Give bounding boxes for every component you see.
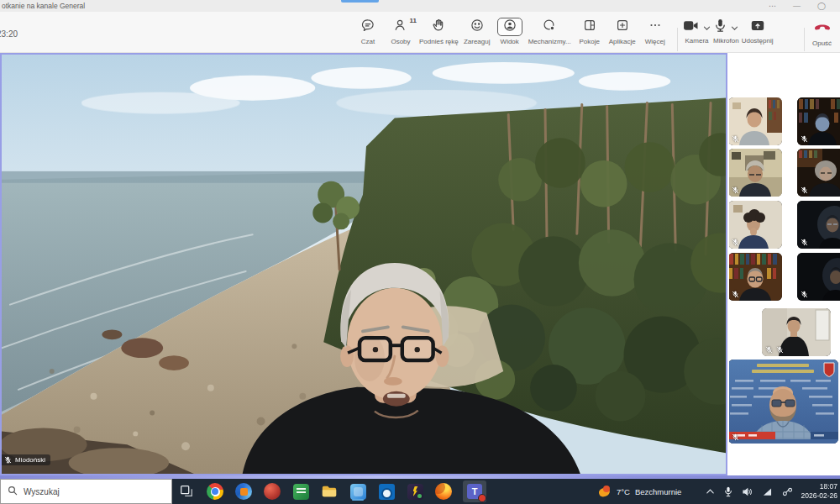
raise-hand-icon xyxy=(431,18,446,36)
toolbar-button-group: Czat 11 Osoby Podnieś rękę Zareaguj Wido… xyxy=(354,18,669,45)
taskbar-search[interactable] xyxy=(0,479,172,504)
view-icon xyxy=(502,18,517,36)
main-video-feed xyxy=(2,55,726,474)
window-title: otkanie na kanale General xyxy=(2,2,85,10)
mic-muted-icon xyxy=(732,291,739,298)
more-button[interactable]: Więcej xyxy=(641,18,669,45)
participant-count-badge: 11 xyxy=(410,17,417,24)
weather-icon xyxy=(598,485,612,498)
view-button[interactable]: Widok xyxy=(496,18,524,45)
participant-tile[interactable] xyxy=(797,253,840,301)
windows-taskbar: T 7°C Bezchmurnie 18:07 2026-02-26 xyxy=(0,479,840,504)
microphone-chevron-icon[interactable] xyxy=(731,19,738,34)
share-button[interactable]: Udostępnij xyxy=(742,19,774,45)
tray-chevron-up-icon[interactable] xyxy=(706,488,715,495)
outlook-icon[interactable] xyxy=(377,482,396,501)
participant-tile[interactable] xyxy=(797,149,840,197)
active-tab-indicator xyxy=(341,0,379,3)
tray-volume-icon[interactable] xyxy=(742,487,753,496)
toolbar-separator xyxy=(677,28,678,51)
microphone-icon xyxy=(714,18,727,36)
share-screen-icon xyxy=(750,19,765,35)
mic-muted-icon xyxy=(776,346,784,354)
file-explorer-icon[interactable] xyxy=(320,482,339,501)
camera-button[interactable]: Kamera xyxy=(683,19,711,45)
participant-tile[interactable] xyxy=(729,97,782,145)
search-input[interactable] xyxy=(24,487,150,496)
mic-muted-icon xyxy=(732,239,739,246)
mic-muted-icon xyxy=(801,186,808,194)
chat-icon xyxy=(360,18,375,36)
tray-network-icon[interactable] xyxy=(762,487,773,496)
window-controls: ⋯ — ◯ xyxy=(760,0,834,12)
rooms-button[interactable]: Pokoje xyxy=(575,18,604,45)
mic-muted-icon xyxy=(732,135,739,143)
participant-tile[interactable] xyxy=(729,201,782,249)
mic-muted-icon xyxy=(801,239,808,246)
window-close-button[interactable]: ◯ xyxy=(809,2,834,10)
apps-button[interactable]: Aplikacje xyxy=(608,18,637,45)
participant-tile[interactable] xyxy=(797,97,840,145)
device-button-group: Kamera Mikrofon Udostępnij xyxy=(683,19,774,45)
people-button[interactable]: 11 Osoby xyxy=(386,18,415,45)
window-title-bar: otkanie na kanale General ⋯ — ◯ xyxy=(0,0,840,12)
speaker-name-label: Miodoński xyxy=(2,454,50,465)
mic-muted-icon xyxy=(801,291,808,298)
main-video-stage[interactable]: Miodoński xyxy=(0,53,727,475)
participant-tile[interactable] xyxy=(729,253,782,301)
meeting-toolbar: 23:20 Czat 11 Osoby Podnieś rękę Zareagu… xyxy=(0,12,840,53)
green-office-app-icon[interactable] xyxy=(291,482,310,501)
react-button[interactable]: Zareaguj xyxy=(463,18,491,45)
chat-button[interactable]: Czat xyxy=(354,18,382,45)
participant-tile[interactable] xyxy=(729,149,782,197)
window-more-button[interactable]: ⋯ xyxy=(760,2,785,10)
participant-tile[interactable] xyxy=(762,308,831,356)
leave-button[interactable]: Opuść xyxy=(812,19,832,47)
window-minimize-button[interactable]: — xyxy=(785,2,809,10)
raise-hand-button[interactable]: Podnieś rękę xyxy=(419,18,459,45)
mic-muted-icon xyxy=(765,346,773,354)
running-indicator xyxy=(352,499,364,501)
blue-store-app-icon[interactable] xyxy=(349,482,367,501)
rooms-icon xyxy=(582,18,597,36)
mic-muted-icon xyxy=(801,135,808,143)
taskbar-clock[interactable]: 18:07 2026-02-26 xyxy=(801,479,837,504)
mechanisms-button[interactable]: Mechanizmy... xyxy=(528,18,571,45)
bolt-app-icon[interactable] xyxy=(406,482,424,501)
mechanisms-icon xyxy=(542,18,557,36)
apps-plus-icon xyxy=(615,18,630,36)
mic-muted-icon xyxy=(4,456,12,464)
meeting-timer: 23:20 xyxy=(0,29,18,39)
camera-icon xyxy=(683,19,699,35)
mic-muted-icon xyxy=(732,186,739,194)
more-ellipsis-icon xyxy=(648,18,663,36)
red-circle-app-icon[interactable] xyxy=(263,482,281,501)
microphone-button[interactable]: Mikrofon xyxy=(713,19,739,45)
weather-temperature: 7°C xyxy=(617,487,630,496)
participant-tile-presenter[interactable] xyxy=(729,360,838,444)
mic-muted-icon xyxy=(732,433,739,441)
taskbar-weather[interactable]: 7°C Bezchmurnie xyxy=(598,479,681,504)
toolbar-separator-2 xyxy=(804,28,805,51)
chrome-icon[interactable] xyxy=(206,482,224,501)
react-smiley-icon xyxy=(470,18,485,36)
camera-chevron-icon[interactable] xyxy=(703,19,711,34)
tray-connectivity-icon[interactable] xyxy=(782,487,793,496)
sync-app-icon[interactable] xyxy=(234,482,253,501)
weather-condition: Bezchmurnie xyxy=(635,487,681,496)
firefox-icon[interactable] xyxy=(434,482,453,501)
task-view-icon[interactable] xyxy=(177,482,196,501)
clock-time: 18:07 xyxy=(820,482,837,491)
search-icon xyxy=(8,484,18,499)
hangup-icon xyxy=(813,19,832,38)
clock-date: 2026-02-26 xyxy=(801,491,837,501)
teams-notification-badge xyxy=(478,494,486,502)
participants-sidebar xyxy=(729,53,840,475)
participant-tile[interactable] xyxy=(797,201,840,249)
system-tray xyxy=(706,479,793,504)
teams-icon[interactable]: T xyxy=(463,480,486,502)
people-icon: 11 xyxy=(393,18,408,36)
tray-microphone-icon[interactable] xyxy=(724,486,732,497)
taskbar-apps: T xyxy=(174,479,486,504)
